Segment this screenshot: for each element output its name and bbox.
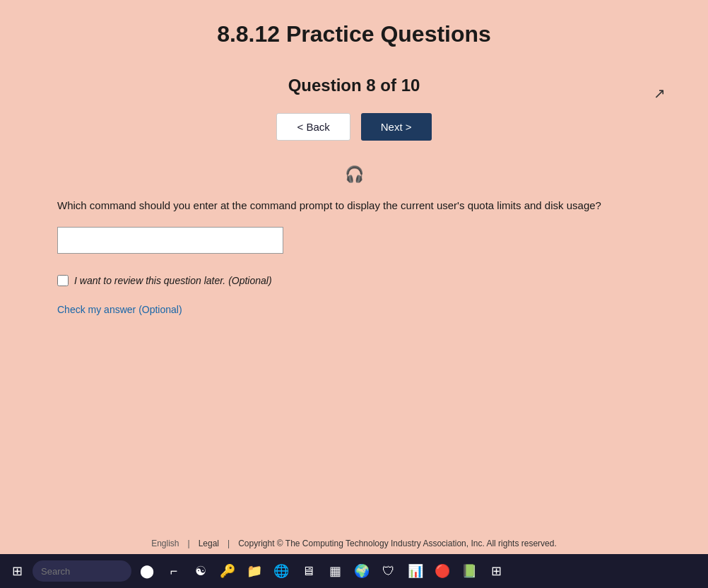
question-counter: Question 8 of 10 <box>288 76 420 95</box>
taskbar-icon-12[interactable]: 🔴 <box>431 560 454 582</box>
check-answer-link[interactable]: Check my answer (Optional) <box>57 304 182 315</box>
taskbar-icon-2[interactable]: ⌐ <box>163 560 185 582</box>
taskbar: ⊞ ⬤ ⌐ ☯ 🔑 📁 🌐 🖥 ▦ 🌍 🛡 📊 🔴 📗 ⊞ <box>0 554 708 588</box>
taskbar-icon-3[interactable]: ☯ <box>189 560 212 582</box>
taskbar-icon-1[interactable]: ⬤ <box>136 560 158 582</box>
question-text: Which command should you enter at the co… <box>57 198 651 214</box>
taskbar-search[interactable] <box>33 560 131 582</box>
footer-language: English <box>151 539 179 548</box>
start-button[interactable]: ⊞ <box>6 560 28 582</box>
cursor-icon: ↗ <box>654 85 666 102</box>
taskbar-icon-4[interactable]: 🔑 <box>216 560 239 582</box>
taskbar-icon-8[interactable]: ▦ <box>324 560 346 582</box>
footer-legal: Legal <box>199 539 219 548</box>
taskbar-icon-14[interactable]: ⊞ <box>485 560 507 582</box>
nav-buttons: < Back Next > <box>276 113 431 141</box>
taskbar-icon-13[interactable]: 📗 <box>458 560 480 582</box>
taskbar-icon-7[interactable]: 🖥 <box>297 560 319 582</box>
taskbar-icon-10[interactable]: 🛡 <box>377 560 400 582</box>
taskbar-icon-5[interactable]: 📁 <box>243 560 266 582</box>
review-row: I want to review this question later. (O… <box>57 275 651 286</box>
footer-copyright: Copyright © The Computing Technology Ind… <box>238 539 557 548</box>
taskbar-icon-11[interactable]: 📊 <box>404 560 427 582</box>
main-content: ↗ 8.8.12 Practice Questions Question 8 o… <box>0 0 708 533</box>
audio-icon[interactable]: 🎧 <box>345 165 364 184</box>
answer-input[interactable] <box>57 227 283 254</box>
back-button[interactable]: < Back <box>276 113 350 141</box>
footer-divider-2: | <box>228 539 230 548</box>
review-checkbox[interactable] <box>57 275 69 286</box>
taskbar-icon-9[interactable]: 🌍 <box>350 560 373 582</box>
taskbar-icon-6[interactable]: 🌐 <box>270 560 293 582</box>
review-label: I want to review this question later. (O… <box>74 275 272 286</box>
footer: English | Legal | Copyright © The Comput… <box>0 533 708 554</box>
question-section: Which command should you enter at the co… <box>36 198 672 316</box>
footer-divider: | <box>188 539 190 548</box>
next-button[interactable]: Next > <box>361 113 432 141</box>
page-title: 8.8.12 Practice Questions <box>217 21 491 47</box>
